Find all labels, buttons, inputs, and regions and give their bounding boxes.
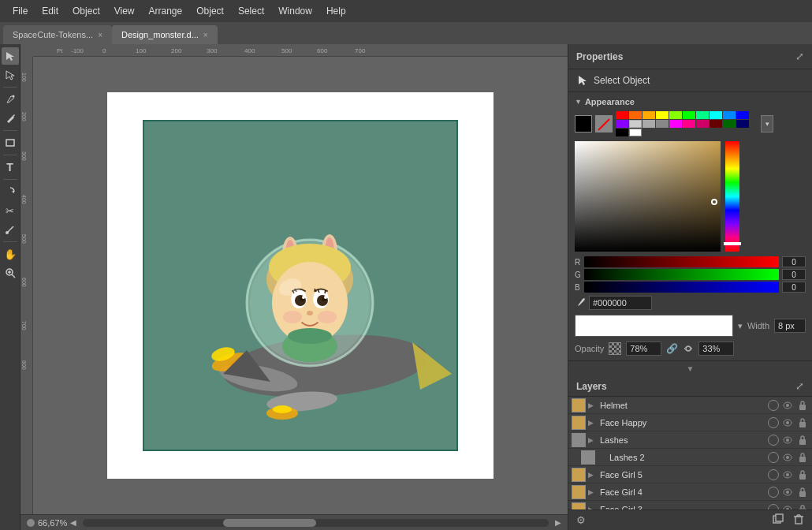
menu-object2[interactable]: Object bbox=[190, 2, 230, 20]
color-amber[interactable] bbox=[643, 111, 655, 119]
g-value-input[interactable] bbox=[782, 269, 806, 280]
layer-item-face-girl-4[interactable]: ▶ Face Girl 4 bbox=[568, 483, 812, 501]
r-slider-bar[interactable] bbox=[584, 256, 779, 267]
layer-lock-helmet[interactable] bbox=[796, 399, 809, 412]
text-tool-btn[interactable]: T bbox=[2, 159, 19, 176]
layer-eye-helmet[interactable] bbox=[781, 399, 794, 412]
layer-item-lashes[interactable]: ▶ Lashes bbox=[568, 431, 812, 449]
opacity2-value-input[interactable] bbox=[698, 342, 734, 356]
color-crimson[interactable] bbox=[696, 120, 709, 128]
expand-row[interactable]: ▼ bbox=[568, 361, 812, 376]
color-blue[interactable] bbox=[736, 111, 749, 119]
layer-item-lashes-2[interactable]: ▶ Lashes 2 bbox=[568, 449, 812, 466]
b-value-input[interactable] bbox=[782, 282, 806, 293]
tab-design-monster[interactable]: Design_monster.d... × bbox=[112, 25, 218, 44]
layer-expand-face-girl-4[interactable]: ▶ bbox=[588, 488, 598, 496]
layers-expand-icon[interactable]: ⤢ bbox=[795, 380, 804, 392]
tab-spacecute-close[interactable]: × bbox=[98, 31, 102, 39]
menu-object1[interactable]: Object bbox=[66, 2, 106, 20]
tab-spacecute[interactable]: SpaceCute-Tokens... × bbox=[3, 25, 112, 44]
select-tool-btn[interactable] bbox=[2, 47, 19, 65]
menu-help[interactable]: Help bbox=[320, 2, 352, 20]
stroke-preview[interactable] bbox=[575, 315, 733, 337]
hex-value-input[interactable] bbox=[589, 296, 652, 310]
color-gray[interactable] bbox=[643, 120, 655, 128]
color-light-gray[interactable] bbox=[629, 120, 642, 128]
layer-item-face-girl-5[interactable]: ▶ Face Girl 5 bbox=[568, 466, 812, 483]
layers-settings-btn[interactable]: ⚙ bbox=[573, 513, 589, 528]
layer-eye-face-girl-4[interactable] bbox=[781, 486, 794, 498]
color-black[interactable] bbox=[616, 129, 628, 136]
appearance-section-header[interactable]: ▼ Appearance bbox=[575, 97, 806, 106]
color-yellow[interactable] bbox=[656, 111, 669, 119]
color-azure[interactable] bbox=[723, 111, 736, 119]
menu-select[interactable]: Select bbox=[232, 2, 270, 20]
color-dark-blue[interactable] bbox=[736, 120, 749, 128]
brush-tool-btn[interactable] bbox=[2, 221, 19, 238]
color-dropdown-btn[interactable]: ▾ bbox=[761, 115, 773, 132]
layer-eye-face-girl-5[interactable] bbox=[781, 468, 794, 481]
layer-lock-face-girl-4[interactable] bbox=[796, 486, 809, 498]
tab-design-monster-close[interactable]: × bbox=[203, 31, 208, 39]
layer-eye-lashes-2[interactable] bbox=[781, 451, 794, 464]
fill-swatch[interactable] bbox=[575, 115, 592, 132]
canvas-viewport[interactable] bbox=[33, 57, 568, 514]
hue-slider[interactable] bbox=[725, 141, 739, 252]
layer-expand-face-girl-5[interactable]: ▶ bbox=[588, 471, 598, 479]
direct-select-tool-btn[interactable] bbox=[2, 66, 19, 84]
color-green[interactable] bbox=[683, 111, 695, 119]
pencil-tool-btn[interactable] bbox=[2, 110, 19, 127]
color-mint[interactable] bbox=[696, 111, 709, 119]
scissors-tool-btn[interactable]: ✂ bbox=[2, 202, 19, 219]
layer-lock-face-happy[interactable] bbox=[796, 416, 809, 429]
width-value-input[interactable] bbox=[774, 319, 806, 333]
properties-expand-btn[interactable]: ⤢ bbox=[795, 50, 804, 62]
color-cyan[interactable] bbox=[710, 111, 722, 119]
menu-arrange[interactable]: Arrange bbox=[143, 2, 189, 20]
color-dark-green[interactable] bbox=[723, 120, 736, 128]
color-magenta[interactable] bbox=[669, 120, 682, 128]
layer-item-face-happy[interactable]: ▶ Face Happy bbox=[568, 414, 812, 431]
zoom-tool-btn[interactable] bbox=[2, 264, 19, 282]
canvas-artboard[interactable] bbox=[143, 120, 458, 451]
layer-eye-face-girl-3[interactable] bbox=[781, 503, 794, 510]
hand-tool-btn[interactable]: ✋ bbox=[2, 245, 19, 263]
layer-lock-lashes[interactable] bbox=[796, 434, 809, 446]
layer-lock-lashes-2[interactable] bbox=[796, 451, 809, 464]
color-pink[interactable] bbox=[683, 120, 695, 128]
canvas-area[interactable]: Pt -100 0 100 200 300 400 500 600 700 10… bbox=[20, 44, 568, 530]
color-purple[interactable] bbox=[616, 120, 628, 128]
rectangle-tool-btn[interactable] bbox=[2, 134, 19, 151]
zoom-arrow-right[interactable]: ▶ bbox=[555, 518, 561, 527]
g-slider-bar[interactable] bbox=[584, 269, 779, 280]
menu-view[interactable]: View bbox=[108, 2, 141, 20]
menu-edit[interactable]: Edit bbox=[35, 2, 65, 20]
color-dark-red[interactable] bbox=[710, 120, 722, 128]
stroke-dropdown-arrow[interactable]: ▾ bbox=[738, 321, 743, 331]
horizontal-scrollbar[interactable] bbox=[83, 519, 549, 527]
layer-expand-lashes[interactable]: ▶ bbox=[588, 436, 598, 444]
color-white[interactable] bbox=[629, 129, 642, 136]
opacity-value-input[interactable] bbox=[626, 342, 661, 356]
color-red[interactable] bbox=[616, 111, 628, 119]
color-grid[interactable] bbox=[616, 111, 758, 136]
r-value-input[interactable] bbox=[782, 256, 806, 267]
layer-lock-face-girl-5[interactable] bbox=[796, 468, 809, 481]
menu-file[interactable]: File bbox=[6, 2, 34, 20]
layer-eye-face-happy[interactable] bbox=[781, 416, 794, 429]
layer-lock-face-girl-3[interactable] bbox=[796, 503, 809, 510]
zoom-arrow-left[interactable]: ◀ bbox=[70, 518, 76, 527]
link-icon[interactable]: 🔗 bbox=[666, 343, 678, 354]
stroke-swatch[interactable] bbox=[595, 115, 613, 132]
menu-window[interactable]: Window bbox=[272, 2, 318, 20]
pen-tool-btn[interactable] bbox=[2, 91, 19, 108]
color-mid-gray[interactable] bbox=[656, 120, 669, 128]
layer-item-helmet[interactable]: ▶ Helmet bbox=[568, 397, 812, 414]
layer-eye-lashes[interactable] bbox=[781, 434, 794, 446]
layer-list[interactable]: ▶ Helmet ▶ Face Happy bbox=[568, 397, 812, 509]
rotate-tool-btn[interactable] bbox=[2, 183, 19, 200]
layer-expand-face-happy[interactable]: ▶ bbox=[588, 419, 598, 427]
layers-delete-btn[interactable] bbox=[790, 512, 807, 528]
layer-expand-helmet[interactable]: ▶ bbox=[588, 401, 598, 409]
color-gradient-picker[interactable] bbox=[575, 141, 721, 252]
